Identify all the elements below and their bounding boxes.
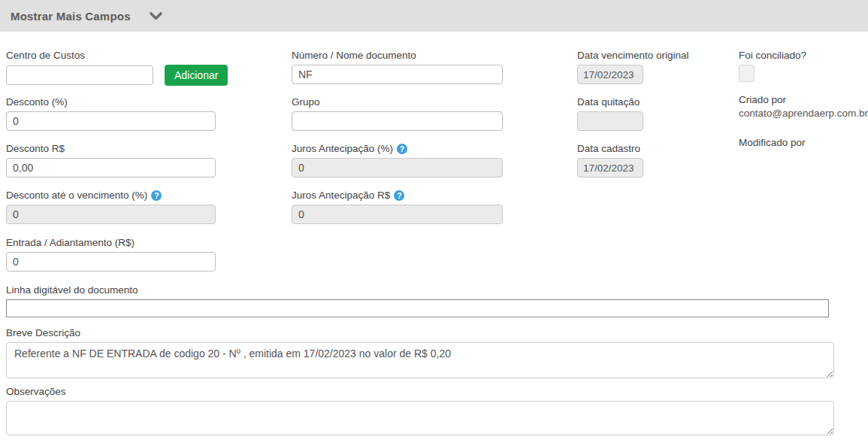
help-icon[interactable]: ? [397,144,407,154]
data-vencimento-original-input [577,65,643,84]
observacoes-textarea[interactable] [6,401,834,435]
data-quitacao-label: Data quitação [577,96,640,108]
desconto-ate-vencimento-input [6,205,216,224]
field-desconto-rs: Desconto R$ [6,143,216,178]
breve-descricao-textarea[interactable]: Referente a NF DE ENTRADA de codigo 20 -… [6,342,834,378]
modificado-por-label: Modificado por [739,137,806,148]
field-grupo: Grupo [292,96,503,131]
breve-descricao-label: Breve Descrição [6,327,80,338]
observacoes-label: Observações [6,386,66,397]
field-desconto-ate-vencimento: Desconto até o vencimento (%) ? [6,190,216,224]
field-criado-por: Criado por contato@aprendaerp.com.br [739,94,868,119]
juros-antecipacao-pct-label: Juros Antecipação (%) [292,143,393,154]
field-observacoes: Observações [6,386,834,435]
field-data-quitacao: Data quitação [577,96,643,131]
field-numero-nome-documento: Número / Nome documento [292,50,503,84]
field-breve-descricao: Breve Descrição Referente a NF DE ENTRAD… [6,327,834,378]
numero-nome-documento-input[interactable] [292,65,503,84]
entrada-adiantamento-input[interactable] [6,252,216,272]
more-fields-form: Mostrar Mais Campos Centro de Custos Adi… [0,0,868,443]
juros-antecipacao-rs-input [292,205,503,224]
desconto-pct-input[interactable] [6,111,216,131]
data-quitacao-input [577,111,643,131]
grupo-label: Grupo [292,96,320,108]
data-cadastro-input [577,158,643,178]
centro-de-custos-label: Centro de Custos [6,50,85,61]
criado-por-value: contato@aprendaerp.com.br [739,108,868,119]
field-juros-antecipacao-pct: Juros Antecipação (%) ? [292,143,503,178]
juros-antecipacao-pct-input [292,158,503,178]
linha-digitavel-input[interactable] [6,299,829,317]
show-more-fields-toggle[interactable]: Mostrar Mais Campos [0,0,868,32]
field-data-cadastro: Data cadastro [577,143,643,178]
desconto-rs-input[interactable] [6,158,216,178]
data-cadastro-label: Data cadastro [577,143,640,154]
numero-nome-documento-label: Número / Nome documento [292,50,416,61]
help-icon[interactable]: ? [394,190,404,201]
field-entrada-adiantamento: Entrada / Adiantamento (R$) [6,237,216,272]
field-foi-conciliado: Foi conciliado? [739,50,806,82]
entrada-adiantamento-label: Entrada / Adiantamento (R$) [6,237,135,248]
juros-antecipacao-rs-label: Juros Antecipação R$ [292,190,390,201]
centro-de-custos-input[interactable] [6,65,153,85]
grupo-input[interactable] [292,111,503,131]
data-vencimento-original-label: Data vencimento original [577,50,689,61]
field-desconto-pct: Desconto (%) [6,96,216,131]
desconto-ate-vencimento-label: Desconto até o vencimento (%) [6,190,147,201]
field-linha-digitavel: Linha digitável do documento [6,284,829,317]
field-modificado-por: Modificado por [739,137,806,150]
criado-por-label: Criado por [739,94,786,105]
section-title: Mostrar Mais Campos [11,10,131,23]
chevron-down-icon [149,11,163,22]
field-juros-antecipacao-rs: Juros Antecipação R$ ? [292,190,503,224]
desconto-pct-label: Desconto (%) [6,96,68,108]
linha-digitavel-label: Linha digitável do documento [6,284,138,296]
foi-conciliado-label: Foi conciliado? [739,50,806,61]
adicionar-button[interactable]: Adicionar [165,65,228,86]
help-icon[interactable]: ? [151,190,162,201]
foi-conciliado-checkbox [739,65,755,82]
field-centro-de-custos: Centro de Custos Adicionar [6,50,228,86]
desconto-rs-label: Desconto R$ [6,143,65,154]
field-data-vencimento-original: Data vencimento original [577,50,689,84]
